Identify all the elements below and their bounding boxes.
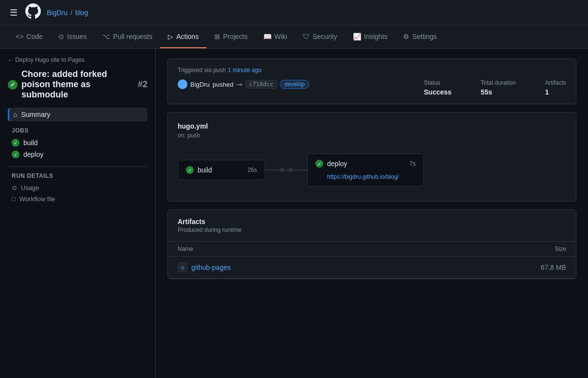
- run-title-text: Chore: added forked poison theme as subm…: [21, 69, 134, 100]
- tab-wiki[interactable]: 📖 Wiki: [256, 25, 295, 48]
- sidebar-item-summary[interactable]: ⌂ Summary: [8, 108, 147, 121]
- workflow-card: hugo.yml on: push ✓ build 26s: [167, 112, 576, 202]
- workflow-build-success-icon: ✓: [186, 166, 194, 174]
- artifacts-col-size: Size: [555, 246, 566, 252]
- job-item-deploy[interactable]: ✓ deploy: [8, 149, 147, 160]
- tab-issues[interactable]: ⊙ Issues: [51, 25, 94, 48]
- tab-insights[interactable]: 📈 Insights: [345, 25, 395, 48]
- artifact-size: 67.8 MB: [541, 264, 566, 271]
- duration-stat: Total duration 55s: [481, 79, 516, 96]
- artifacts-card: Artifacts Produced during runtime Name S…: [167, 209, 576, 279]
- run-title: ✓ Chore: added forked poison theme as su…: [8, 69, 147, 100]
- breadcrumb-repo[interactable]: blog: [75, 9, 88, 17]
- topbar: ☰ BigDru / blog: [0, 0, 588, 25]
- status-label: Status: [424, 79, 452, 86]
- branch-badge[interactable]: develop: [280, 80, 309, 89]
- workflow-trigger: on: push: [178, 132, 566, 139]
- workflow-connector: [265, 168, 307, 172]
- workflow-file-label: Workflow file: [19, 195, 55, 203]
- trigger-info-card: Triggered via push 1 minute ago BigDru p…: [167, 58, 576, 104]
- pushed-action: pushed: [213, 81, 234, 88]
- tab-code[interactable]: <> Code: [8, 25, 51, 48]
- workflow-job-deploy[interactable]: ✓ deploy 7s https://bigdru.github.io/blo…: [307, 153, 424, 187]
- trigger-time-link[interactable]: 1 minute ago: [228, 67, 261, 74]
- job-build-success-icon: ✓: [12, 139, 19, 147]
- job-build-label: build: [23, 139, 38, 147]
- commit-hash[interactable]: c718dcc: [245, 80, 277, 89]
- github-logo-icon: [25, 3, 41, 21]
- workflow-job-build[interactable]: ✓ build 26s: [178, 160, 265, 180]
- wiki-icon: 📖: [263, 33, 272, 40]
- artifacts-subtitle: Produced during runtime: [178, 227, 566, 233]
- run-details-section-label: Run details: [12, 172, 147, 179]
- run-success-icon: ✓: [8, 80, 18, 90]
- pr-icon: ⌥: [102, 33, 110, 40]
- artifacts-stat: Artifacts 1: [545, 79, 566, 96]
- security-icon: 🛡: [303, 33, 310, 40]
- workflow-file-icon: □: [12, 195, 16, 203]
- hamburger-menu[interactable]: ☰: [8, 5, 19, 20]
- workflow-deploy-duration: 7s: [409, 160, 416, 167]
- settings-icon: ⚙: [403, 33, 409, 40]
- usage-icon: ⊙: [12, 184, 17, 191]
- workflow-deploy-label: deploy: [327, 160, 347, 168]
- breadcrumb-owner[interactable]: BigDru: [47, 9, 68, 17]
- deploy-pages-link[interactable]: https://bigdru.github.io/blog/: [315, 173, 399, 180]
- artifacts-header: Artifacts Produced during runtime: [168, 210, 576, 242]
- push-arrow-icon: ⊸: [236, 80, 242, 89]
- job-deploy-label: deploy: [23, 151, 43, 158]
- run-number: #2: [138, 79, 147, 90]
- connector-line-right: [293, 170, 307, 170]
- tab-projects[interactable]: ⊞ Projects: [206, 25, 256, 48]
- breadcrumb: BigDru / blog: [47, 9, 88, 17]
- repo-nav: <> Code ⊙ Issues ⌥ Pull requests ▷ Actio…: [0, 25, 588, 49]
- sidebar-divider: [8, 166, 147, 167]
- connector-line-mid: [284, 170, 289, 170]
- workflow-build-duration: 26s: [248, 167, 257, 173]
- artifact-name-label: github-pages: [191, 264, 231, 271]
- usage-label: Usage: [21, 184, 39, 191]
- connector-line-left: [265, 170, 280, 170]
- sidebar-item-usage[interactable]: ⊙ Usage: [8, 182, 147, 193]
- duration-label: Total duration: [481, 79, 516, 86]
- back-link[interactable]: ← Deploy Hugo site to Pages: [8, 57, 147, 63]
- tab-security[interactable]: 🛡 Security: [295, 25, 345, 48]
- status-stat: Status Success: [424, 79, 452, 96]
- tab-settings[interactable]: ⚙ Settings: [395, 25, 445, 48]
- breadcrumb-separator: /: [71, 9, 73, 17]
- stats-row: Status Success Total duration 55s Artifa…: [424, 79, 566, 96]
- content-area: Triggered via push 1 minute ago BigDru p…: [156, 49, 588, 378]
- workflow-build-label: build: [198, 166, 212, 174]
- trigger-row: Triggered via push 1 minute ago: [178, 67, 566, 74]
- tab-pull-requests[interactable]: ⌥ Pull requests: [94, 25, 160, 48]
- artifacts-col-name: Name: [178, 246, 193, 252]
- projects-icon: ⊞: [214, 33, 220, 40]
- artifacts-label: Artifacts: [545, 79, 566, 86]
- summary-home-icon: ⌂: [13, 111, 17, 118]
- actions-icon: ▷: [168, 33, 173, 40]
- artifact-name-group: ⊙ github-pages: [178, 263, 231, 272]
- deploy-job-top: ✓ deploy 7s: [315, 160, 416, 168]
- duration-value: 55s: [481, 88, 516, 96]
- trigger-text: Triggered via push: [178, 67, 226, 74]
- tab-actions[interactable]: ▷ Actions: [160, 25, 206, 48]
- pushed-user: BigDru: [190, 81, 210, 88]
- insights-icon: 📈: [353, 33, 361, 40]
- connector-dot-left: [280, 168, 284, 172]
- code-icon: <>: [16, 33, 23, 40]
- user-avatar: [178, 79, 187, 89]
- artifacts-table-header: Name Size: [168, 242, 576, 257]
- connector-dot-right: [289, 168, 293, 172]
- job-item-build[interactable]: ✓ build: [8, 137, 147, 149]
- workflow-filename: hugo.yml: [178, 122, 566, 130]
- workflow-diagram: ✓ build 26s ✓ deploy 7s: [178, 149, 566, 191]
- workflow-deploy-success-icon: ✓: [315, 160, 323, 168]
- artifacts-title: Artifacts: [178, 218, 566, 226]
- status-value: Success: [424, 88, 452, 96]
- sidebar-item-workflow-file[interactable]: □ Workflow file: [8, 193, 147, 205]
- artifact-row[interactable]: ⊙ github-pages 67.8 MB: [168, 257, 576, 279]
- job-deploy-success-icon: ✓: [12, 151, 19, 158]
- artifact-icon: ⊙: [178, 263, 187, 272]
- main-content: ← Deploy Hugo site to Pages ✓ Chore: add…: [0, 49, 588, 378]
- jobs-section-label: Jobs: [12, 127, 147, 134]
